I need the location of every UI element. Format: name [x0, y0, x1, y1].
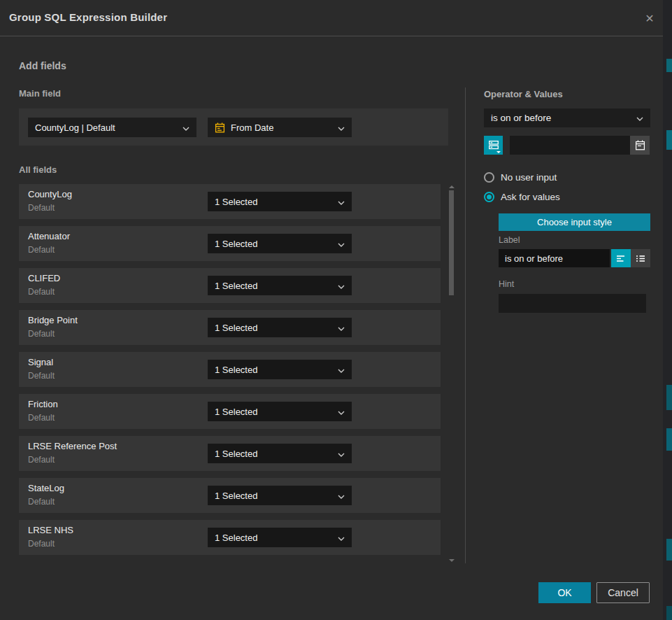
- add-fields-heading: Add fields: [19, 60, 66, 71]
- main-field-source-dropdown[interactable]: CountyLog | Default: [28, 118, 196, 137]
- ok-button[interactable]: OK: [538, 582, 591, 603]
- field-selected-value: 1 Selected: [215, 407, 257, 417]
- field-selected-value: 1 Selected: [215, 449, 257, 459]
- cancel-button[interactable]: Cancel: [596, 582, 650, 603]
- chevron-down-icon: [338, 323, 345, 333]
- bullet-list-icon: [636, 254, 645, 263]
- field-subtitle: Default: [28, 371, 55, 381]
- chevron-down-icon: [636, 113, 643, 123]
- field-selected-value: 1 Selected: [215, 533, 257, 543]
- scrollbar-up-arrow-icon[interactable]: [449, 185, 455, 188]
- field-row: Signal Default 1 Selected: [19, 352, 441, 387]
- field-subtitle: Default: [28, 287, 55, 297]
- hint-input[interactable]: [499, 294, 646, 313]
- operator-values-heading: Operator & Values: [484, 89, 563, 99]
- field-name: LRSE Reference Post: [28, 441, 117, 451]
- field-selected-dropdown[interactable]: 1 Selected: [208, 276, 352, 295]
- all-fields-heading: All fields: [19, 164, 57, 175]
- screen: Group SQL Expression Builder ✕ Add field…: [0, 0, 672, 620]
- field-name: StateLog: [28, 483, 64, 493]
- calendar-icon: [215, 122, 225, 133]
- field-row: CLIFED Default 1 Selected: [19, 268, 441, 303]
- label-input[interactable]: [499, 249, 610, 267]
- field-name: Attenuator: [28, 231, 70, 241]
- chevron-down-icon: [338, 239, 345, 249]
- operator-value: is on or before: [491, 113, 551, 123]
- dialog-title: Group SQL Expression Builder: [9, 11, 167, 23]
- group-sql-expression-builder-dialog: Group SQL Expression Builder ✕ Add field…: [0, 0, 663, 620]
- field-subtitle: Default: [28, 203, 55, 213]
- main-field-field-value: From Date: [231, 122, 273, 133]
- field-subtitle: Default: [28, 539, 55, 549]
- input-style-list-button[interactable]: [631, 249, 650, 267]
- panel-divider: [465, 87, 466, 563]
- background-app-fragment: [666, 385, 672, 410]
- field-row: CountyLog Default 1 Selected: [19, 184, 441, 219]
- radio-unselected-icon: [484, 172, 494, 183]
- field-name: LRSE NHS: [28, 525, 73, 535]
- chevron-down-icon: [338, 365, 345, 375]
- field-name: CountyLog: [28, 189, 72, 199]
- field-name: Signal: [28, 357, 53, 367]
- chevron-down-icon: [338, 449, 345, 459]
- background-app-fragment: [666, 428, 672, 451]
- field-selected-value: 1 Selected: [215, 239, 257, 249]
- radio-label: No user input: [501, 172, 557, 183]
- field-subtitle: Default: [28, 455, 55, 465]
- date-picker-button[interactable]: [630, 136, 650, 155]
- main-field-panel: CountyLog | Default From Date: [19, 108, 448, 146]
- field-row: LRSE Reference Post Default 1 Selected: [19, 436, 441, 471]
- scrollbar-down-arrow-icon[interactable]: [449, 559, 455, 562]
- main-field-field-dropdown[interactable]: From Date: [208, 118, 352, 137]
- input-style-text-button[interactable]: [611, 249, 631, 267]
- operator-dropdown[interactable]: is on or before: [484, 108, 650, 127]
- chevron-down-icon: [338, 281, 345, 291]
- value-input[interactable]: [510, 136, 630, 155]
- field-subtitle: Default: [28, 329, 55, 339]
- chevron-down-icon: [338, 122, 345, 133]
- value-source-button[interactable]: [484, 136, 503, 155]
- align-left-icon: [616, 254, 626, 263]
- field-selected-dropdown[interactable]: 1 Selected: [208, 192, 352, 211]
- chevron-down-icon: [183, 122, 190, 133]
- field-row: LRSE NHS Default 1 Selected: [19, 520, 441, 555]
- field-name: CLIFED: [28, 273, 60, 283]
- field-selected-dropdown[interactable]: 1 Selected: [208, 360, 352, 379]
- background-app-fragment: [666, 130, 672, 150]
- radio-no-user-input[interactable]: No user input: [484, 172, 557, 183]
- hint-field-label: Hint: [499, 279, 514, 289]
- background-app-strip: [663, 0, 672, 620]
- main-field-source-value: CountyLog | Default: [35, 122, 115, 133]
- fields-list-scrollbar[interactable]: [448, 184, 455, 563]
- field-selected-dropdown[interactable]: 1 Selected: [208, 486, 352, 505]
- radio-label: Ask for values: [501, 192, 560, 202]
- field-name: Bridge Point: [28, 315, 78, 325]
- field-subtitle: Default: [28, 497, 55, 507]
- background-app-fragment: [666, 606, 672, 620]
- field-selected-dropdown[interactable]: 1 Selected: [208, 402, 352, 421]
- field-subtitle: Default: [28, 413, 55, 423]
- field-selected-value: 1 Selected: [215, 197, 257, 207]
- calendar-icon: [635, 140, 645, 150]
- radio-selected-icon: [484, 192, 494, 202]
- background-app-fragment: [666, 539, 672, 561]
- main-field-heading: Main field: [19, 88, 61, 99]
- field-selected-dropdown[interactable]: 1 Selected: [208, 234, 352, 253]
- scrollbar-thumb[interactable]: [449, 190, 454, 295]
- choose-input-style-button[interactable]: Choose input style: [499, 213, 650, 231]
- close-icon[interactable]: ✕: [641, 9, 659, 27]
- field-selected-value: 1 Selected: [215, 281, 257, 291]
- chevron-down-icon: [338, 197, 345, 207]
- field-subtitle: Default: [28, 245, 55, 255]
- field-selected-dropdown[interactable]: 1 Selected: [208, 318, 352, 337]
- dialog-titlebar: Group SQL Expression Builder ✕: [0, 0, 663, 36]
- mini-chevron-down-icon: [496, 151, 501, 153]
- chevron-down-icon: [338, 491, 345, 501]
- stacked-values-icon: [488, 140, 499, 150]
- field-selected-dropdown[interactable]: 1 Selected: [208, 528, 352, 547]
- radio-ask-for-values[interactable]: Ask for values: [484, 192, 560, 202]
- field-row: StateLog Default 1 Selected: [19, 478, 441, 513]
- field-row: Attenuator Default 1 Selected: [19, 226, 441, 261]
- chevron-down-icon: [338, 407, 345, 417]
- field-selected-dropdown[interactable]: 1 Selected: [208, 444, 352, 463]
